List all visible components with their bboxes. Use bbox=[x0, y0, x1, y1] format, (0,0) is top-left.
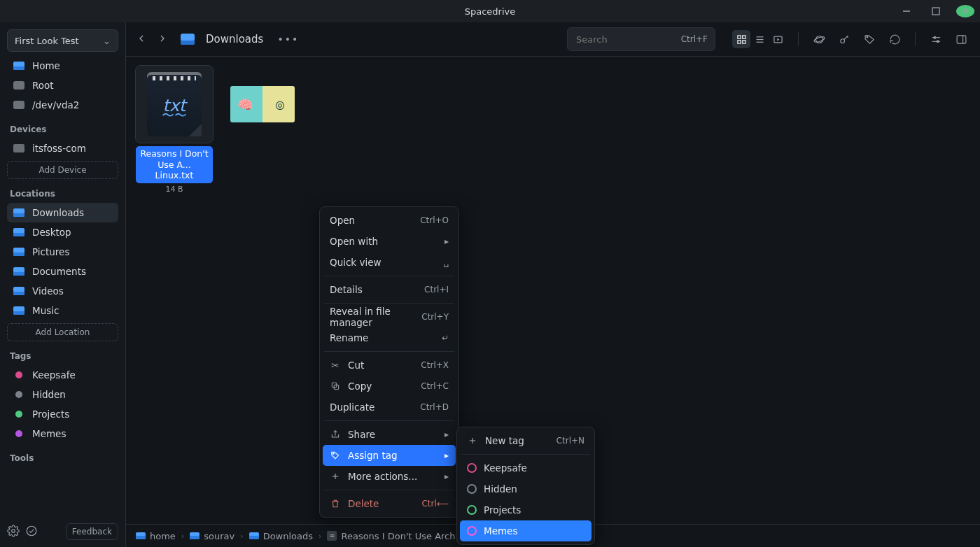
sidebar-item-root[interactable]: Root bbox=[7, 76, 118, 95]
svg-rect-4 bbox=[737, 35, 740, 38]
view-list-button[interactable] bbox=[750, 30, 769, 48]
sidebar-tag-memes[interactable]: Memes bbox=[7, 424, 118, 443]
window-controls: ✕ bbox=[897, 0, 974, 22]
sidebar-device-itsfoss[interactable]: itsfoss-com bbox=[7, 138, 118, 158]
copy-icon bbox=[330, 381, 341, 392]
tag-ring-icon bbox=[467, 526, 477, 536]
sidebar-header-devices: Devices bbox=[10, 125, 115, 134]
ctx-open-with[interactable]: Open with ▸ bbox=[323, 231, 456, 252]
svg-point-24 bbox=[333, 453, 335, 455]
tag-icon[interactable] bbox=[860, 30, 878, 48]
svg-rect-6 bbox=[737, 40, 740, 43]
refresh-icon[interactable] bbox=[886, 30, 904, 48]
submenu-new-tag[interactable]: New tag Ctrl+N bbox=[460, 430, 592, 451]
sidebar-header-locations: Locations bbox=[10, 189, 115, 199]
close-button[interactable]: ✕ bbox=[956, 5, 974, 17]
sidebar-tag-projects[interactable]: Projects bbox=[7, 404, 118, 424]
sidebar-item-label: Downloads bbox=[32, 207, 84, 218]
ctx-quick-view[interactable]: Quick view ␣ bbox=[323, 252, 456, 273]
search-input-container[interactable]: Ctrl+F bbox=[567, 27, 715, 51]
svg-rect-5 bbox=[742, 35, 745, 38]
view-grid-button[interactable] bbox=[732, 30, 750, 48]
svg-rect-7 bbox=[742, 40, 745, 43]
folder-icon bbox=[249, 532, 259, 539]
planet-icon[interactable] bbox=[810, 30, 828, 48]
ctx-rename[interactable]: Rename ↵ bbox=[323, 327, 456, 348]
nav-forward-button[interactable] bbox=[157, 33, 168, 46]
sliders-icon[interactable] bbox=[927, 30, 945, 48]
sidebar-item-label: Videos bbox=[32, 285, 64, 297]
folder-icon bbox=[13, 226, 25, 239]
app-title: Spacedrive bbox=[465, 6, 516, 17]
sidebar: First Look Test ⌄ Home Root /dev/vda2 De… bbox=[0, 22, 126, 547]
tag-dot-icon bbox=[13, 427, 25, 440]
folder-icon bbox=[13, 285, 25, 297]
svg-point-18 bbox=[933, 36, 935, 38]
search-shortcut-label: Ctrl+F bbox=[681, 34, 708, 44]
content-area: txt 〜〜 Reasons I Don't Use A... Linux.tx… bbox=[126, 57, 980, 547]
minimize-button[interactable] bbox=[897, 7, 916, 15]
view-media-button[interactable] bbox=[769, 30, 787, 48]
breadcrumb-separator: › bbox=[181, 532, 184, 541]
ctx-duplicate[interactable]: Duplicate Ctrl+D bbox=[323, 397, 456, 418]
feedback-button[interactable]: Feedback bbox=[66, 523, 118, 540]
sidebar-header-tags: Tags bbox=[10, 351, 115, 361]
key-icon[interactable] bbox=[835, 30, 853, 48]
location-title: Downloads bbox=[206, 33, 263, 45]
sidebar-tag-keepsafe[interactable]: Keepsafe bbox=[7, 365, 118, 385]
search-input[interactable] bbox=[575, 34, 640, 45]
check-circle-icon[interactable] bbox=[25, 525, 38, 539]
submenu-tag-memes[interactable]: Memes bbox=[460, 520, 592, 541]
file-item[interactable] bbox=[224, 65, 301, 143]
folder-icon bbox=[13, 246, 25, 258]
sidebar-item-home[interactable]: Home bbox=[7, 56, 118, 76]
sidebar-header-tools: Tools bbox=[10, 453, 115, 463]
add-device-button[interactable]: Add Device bbox=[7, 161, 118, 179]
ctx-copy[interactable]: Copy Ctrl+C bbox=[323, 376, 456, 397]
maximize-button[interactable] bbox=[927, 7, 945, 15]
scissors-icon: ✂ bbox=[330, 360, 341, 371]
ctx-details[interactable]: Details Ctrl+I bbox=[323, 279, 456, 300]
file-item[interactable]: txt 〜〜 Reasons I Don't Use A... Linux.tx… bbox=[136, 65, 213, 194]
sidebar-location-pictures[interactable]: Pictures bbox=[7, 242, 118, 262]
file-thumbnail bbox=[223, 65, 302, 143]
ctx-more-actions[interactable]: More actions... ▸ bbox=[323, 466, 456, 487]
file-name-label: Reasons I Don't Use A... Linux.txt bbox=[136, 146, 213, 183]
svg-point-19 bbox=[937, 40, 939, 42]
sidebar-item-dev[interactable]: /dev/vda2 bbox=[7, 95, 118, 115]
ctx-open[interactable]: Open Ctrl+O bbox=[323, 210, 456, 231]
submenu-tag-projects[interactable]: Projects bbox=[460, 499, 592, 520]
sidebar-location-desktop[interactable]: Desktop bbox=[7, 222, 118, 242]
sidebar-item-label: Projects bbox=[32, 409, 69, 420]
submenu-tag-keepsafe[interactable]: Keepsafe bbox=[460, 457, 592, 478]
sidebar-tag-hidden[interactable]: Hidden bbox=[7, 385, 118, 404]
sidebar-location-music[interactable]: Music bbox=[7, 301, 118, 320]
submenu-tag-hidden[interactable]: Hidden bbox=[460, 478, 592, 499]
file-size-label: 14 B bbox=[165, 185, 183, 194]
sidebar-item-label: Keepsafe bbox=[32, 369, 76, 381]
breadcrumb-part[interactable]: sourav bbox=[190, 531, 234, 541]
ctx-assign-tag[interactable]: Assign tag ▸ bbox=[323, 445, 456, 466]
main-area: Downloads ••• Ctrl+F bbox=[126, 22, 980, 547]
folder-icon bbox=[13, 59, 25, 72]
ctx-cut[interactable]: ✂Cut Ctrl+X bbox=[323, 355, 456, 376]
breadcrumb-part[interactable]: home bbox=[136, 531, 176, 541]
breadcrumb-part[interactable]: Downloads bbox=[249, 531, 313, 541]
sidebar-location-videos[interactable]: Videos bbox=[7, 281, 118, 301]
ctx-share[interactable]: Share ▸ bbox=[323, 424, 456, 445]
svg-rect-1 bbox=[932, 8, 939, 15]
tag-ring-icon bbox=[467, 484, 477, 494]
ctx-delete[interactable]: Delete Ctrl⟵ bbox=[323, 493, 456, 514]
toolbar-divider bbox=[798, 32, 799, 46]
add-location-button[interactable]: Add Location bbox=[7, 323, 118, 341]
ctx-reveal[interactable]: Reveal in file manager Ctrl+Y bbox=[323, 306, 456, 327]
library-selector[interactable]: First Look Test ⌄ bbox=[7, 29, 118, 52]
sidebar-location-documents[interactable]: Documents bbox=[7, 262, 118, 281]
sidebar-location-downloads[interactable]: Downloads bbox=[7, 203, 118, 222]
location-more-button[interactable]: ••• bbox=[277, 34, 299, 45]
inspector-panel-icon[interactable] bbox=[952, 30, 970, 48]
folder-icon bbox=[13, 265, 25, 278]
sidebar-item-label: Music bbox=[32, 305, 59, 316]
settings-gear-icon[interactable] bbox=[7, 525, 20, 539]
nav-back-button[interactable] bbox=[136, 33, 147, 46]
